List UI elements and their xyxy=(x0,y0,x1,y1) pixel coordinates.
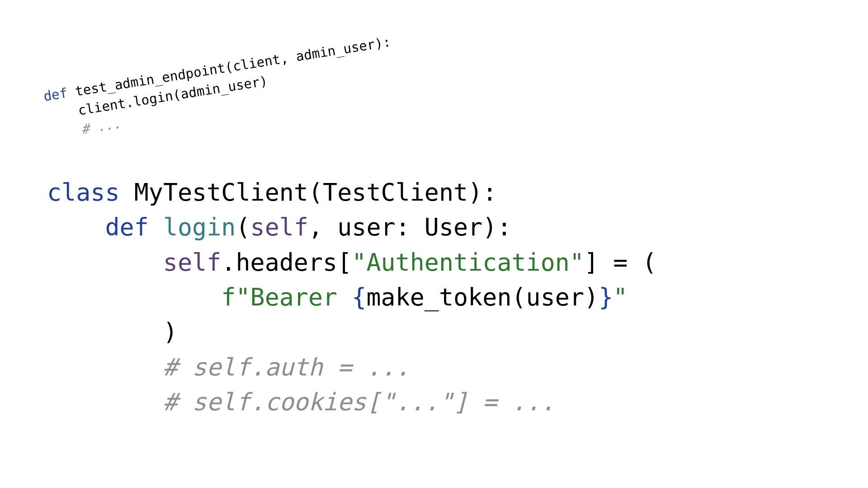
fstring-expr: make_token(user) xyxy=(366,283,599,311)
header-key: "Authentication" xyxy=(352,248,584,276)
fstring-prefix: f xyxy=(221,283,236,311)
fstring-close: " xyxy=(613,283,627,311)
main-snippet: class MyTestClient(TestClient): def logi… xyxy=(47,175,657,419)
class-tail: (TestClient): xyxy=(308,178,497,206)
self-1: self xyxy=(250,213,308,241)
keyword-def: def xyxy=(42,85,69,104)
top-snippet-code: def test_admin_endpoint(client, admin_us… xyxy=(42,33,398,145)
comment-cookies: # self.cookies["..."] = ... xyxy=(163,388,555,416)
comment-auth: # self.auth = ... xyxy=(163,353,410,380)
fstring-open: "Bearer xyxy=(236,283,352,311)
close-paren: ) xyxy=(47,318,178,346)
sig-rest: , user: User): xyxy=(308,213,512,241)
keyword-def-2: def xyxy=(105,213,148,241)
method-name: login xyxy=(163,213,236,241)
func-params: (client, admin_user): xyxy=(224,34,392,75)
brace-close: } xyxy=(599,283,613,311)
keyword-class: class xyxy=(47,178,120,206)
sig-open: ( xyxy=(236,213,250,241)
headers-tail: .headers[ xyxy=(221,248,352,276)
top-snippet: def test_admin_endpoint(client, admin_us… xyxy=(42,33,398,145)
top-comment: # ... xyxy=(80,116,122,137)
class-name: MyTestClient xyxy=(134,178,308,206)
brace-open: { xyxy=(352,283,366,311)
headers-after: ] = ( xyxy=(584,248,657,276)
self-2: self xyxy=(163,248,221,276)
main-snippet-code: class MyTestClient(TestClient): def logi… xyxy=(47,175,657,419)
